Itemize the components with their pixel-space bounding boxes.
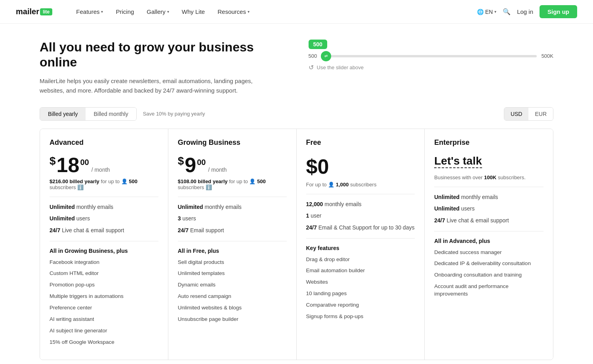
slider-track[interactable]: ⇌ (322, 55, 536, 57)
list-item: AI subject line generator (50, 327, 158, 335)
divider (178, 241, 287, 241)
slider-thumb[interactable]: ⇌ (321, 51, 331, 61)
price-period: / month (92, 167, 110, 173)
list-item: Unsubscribe page builder (178, 316, 287, 323)
chevron-down-icon: ▾ (494, 9, 496, 14)
list-item: Auto resend campaign (178, 293, 287, 300)
currency-toggle: USD EUR (504, 107, 553, 121)
feature-support: 24/7 Live chat & email support (50, 227, 158, 235)
hero-description: MailerLite helps you easily create newsl… (40, 76, 261, 95)
plan-free-subtitle: For up to 👤 1,000 subscribers (306, 182, 415, 188)
list-item: Signup forms & pop-ups (306, 313, 415, 320)
price-decimal: 00 (80, 158, 89, 167)
nav-features[interactable]: Features ▾ (76, 8, 103, 15)
language-selector[interactable]: 🌐 EN ▾ (477, 9, 496, 15)
list-item: Drag & drop editor (306, 256, 415, 264)
feature-support: 24/7 Live chat & email support (434, 217, 543, 225)
subscriber-slider-container: 500 ⇌ 500K (309, 53, 554, 59)
plan-enterprise-name: Enterprise (434, 138, 543, 147)
billing-yearly-button[interactable]: Billed yearly (40, 108, 86, 120)
price-amount: 18 (57, 155, 80, 175)
price-amount: 9 (185, 155, 196, 175)
price-currency: $ (50, 155, 56, 167)
list-item: Promotion pop-ups (50, 281, 158, 289)
list-item: Dedicated IP & deliverability consultati… (434, 260, 543, 267)
list-item: Dynamic emails (178, 281, 287, 289)
slider-min-label: 500 (309, 53, 317, 59)
currency-eur-button[interactable]: EUR (528, 108, 553, 120)
chevron-down-icon: ▾ (248, 9, 250, 14)
list-item: AI writing assistant (50, 316, 158, 323)
feature-support: 24/7 Email & Chat Support for up to 30 d… (306, 224, 415, 232)
plan-free: Free $0 For up to 👤 1,000 subscribers 12… (297, 129, 425, 360)
feature-users: 1 user (306, 212, 415, 220)
plan-growing: Growing Business $ 9 00 / month $108.00 … (168, 129, 297, 360)
slider-max-label: 500K (542, 53, 553, 59)
list-item: Email automation builder (306, 267, 415, 275)
plan-free-price: $0 (306, 155, 415, 178)
plan-growing-name: Growing Business (178, 138, 287, 147)
list-item: 10 landing pages (306, 290, 415, 298)
feature-emails: 12,000 monthly emails (306, 201, 415, 209)
list-item: Unlimited templates (178, 270, 287, 277)
section-title: All in Growing Business, plus (50, 248, 158, 254)
section-title: All in Advanced, plus (434, 238, 543, 244)
billing-section: Billed yearly Billed monthly Save 10% by… (0, 107, 593, 129)
divider (50, 241, 158, 241)
nav-right: 🌐 EN ▾ 🔍 Log in Sign up (477, 5, 577, 18)
list-item: Facebook integration (50, 259, 158, 266)
plan-enterprise-price[interactable]: Let's talk (434, 155, 482, 168)
divider (50, 197, 158, 197)
list-item: Websites (306, 279, 415, 286)
hero-title: All you need to grow your business onlin… (40, 40, 285, 70)
list-item: Multiple triggers in automations (50, 293, 158, 300)
feature-users: Unlimited users (50, 215, 158, 223)
nav-resources[interactable]: Resources ▾ (217, 8, 250, 15)
plan-growing-price: $ 9 00 / month (178, 155, 287, 175)
divider (434, 187, 543, 187)
feature-emails: Unlimited monthly emails (434, 193, 543, 201)
save-text: Save 10% by paying yearly (143, 111, 205, 117)
hero-left: All you need to grow your business onlin… (40, 40, 285, 95)
plan-advanced-price: $ 18 00 / month (50, 155, 158, 175)
currency-usd-button[interactable]: USD (504, 108, 529, 120)
adjust-icon: ⇌ (324, 54, 328, 58)
search-icon[interactable]: 🔍 (503, 8, 511, 15)
chevron-down-icon: ▾ (167, 9, 169, 14)
logo[interactable]: mailer lite (16, 7, 52, 16)
divider (306, 194, 415, 194)
login-button[interactable]: Log in (517, 8, 533, 15)
plan-enterprise: Enterprise Let's talk Businesses with ov… (425, 129, 553, 360)
nav-pricing[interactable]: Pricing (116, 8, 134, 15)
nav-items: Features ▾ Pricing Gallery ▾ Why Lite Re… (76, 8, 477, 15)
list-item: Onboarding consultation and training (434, 271, 543, 279)
globe-icon: 🌐 (477, 9, 484, 15)
section-title: All in Free, plus (178, 248, 287, 254)
price-currency: $ (178, 155, 184, 167)
divider (306, 238, 415, 239)
divider (178, 197, 287, 197)
feature-users: Unlimited users (434, 205, 543, 213)
list-item: Sell digital products (178, 259, 287, 266)
list-item: 15% off Google Workspace (50, 339, 158, 346)
plan-advanced: Advanced $ 18 00 / month $216.00 billed … (40, 129, 168, 360)
price-period: / month (208, 167, 227, 173)
pricing-grid: Advanced $ 18 00 / month $216.00 billed … (40, 129, 553, 360)
feature-emails: Unlimited monthly emails (178, 203, 287, 211)
plan-advanced-name: Advanced (50, 138, 158, 147)
list-item: Dedicated success manager (434, 249, 543, 256)
slider-hint: ↺ Use the slider above (309, 64, 554, 71)
list-item: Comparative reporting (306, 301, 415, 309)
logo-text: mailer (16, 7, 39, 16)
nav-why-lite[interactable]: Why Lite (182, 8, 205, 15)
billing-monthly-button[interactable]: Billed monthly (86, 108, 136, 120)
price-decimal: 00 (197, 158, 206, 167)
slider-value-label: 500 (309, 40, 327, 49)
feature-support: 24/7 Email support (178, 227, 287, 235)
logo-badge: lite (40, 8, 52, 15)
navigation: mailer lite Features ▾ Pricing Gallery ▾… (0, 0, 593, 24)
divider (434, 231, 543, 231)
nav-gallery[interactable]: Gallery ▾ (147, 8, 169, 15)
feature-emails: Unlimited monthly emails (50, 203, 158, 211)
signup-button[interactable]: Sign up (540, 5, 577, 18)
